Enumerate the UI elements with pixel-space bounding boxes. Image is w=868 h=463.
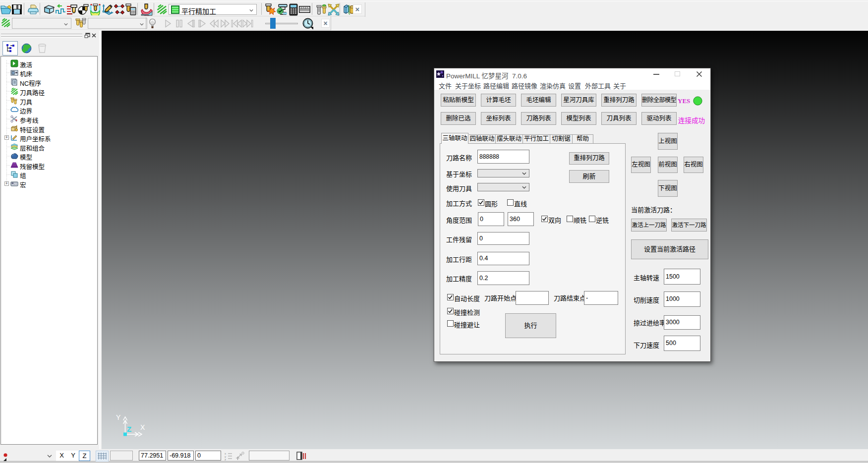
svg-text:z: z — [225, 458, 226, 461]
svg-text:X: X — [140, 423, 145, 431]
svg-text:Z: Z — [127, 425, 131, 433]
svg-text:Y: Y — [116, 413, 121, 421]
